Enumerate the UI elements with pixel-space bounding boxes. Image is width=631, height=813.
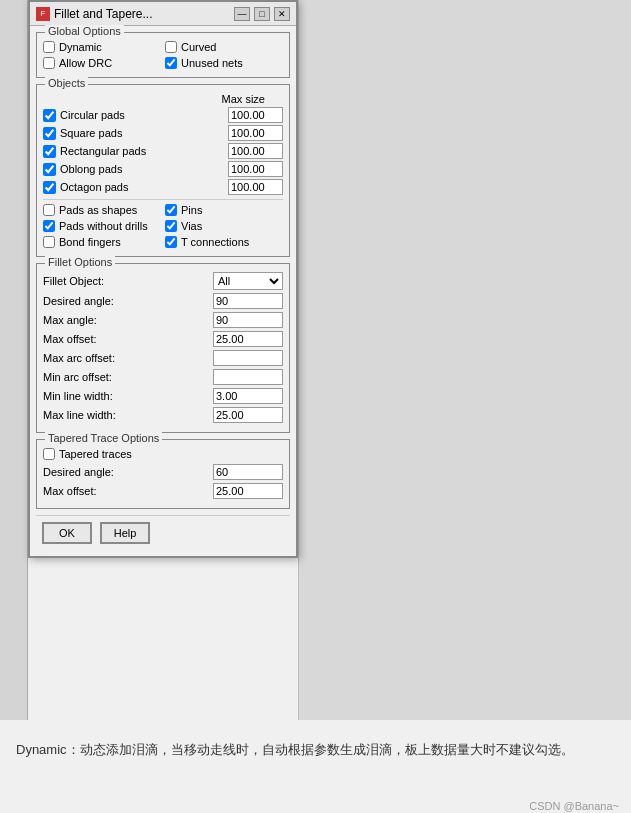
max-line-width-row: Max line width: bbox=[43, 407, 283, 423]
oblong-pads-checkbox[interactable] bbox=[43, 163, 56, 176]
min-arc-offset-label: Min arc offset: bbox=[43, 371, 133, 383]
objects-label: Objects bbox=[45, 77, 88, 89]
min-arc-offset-row: Min arc offset: bbox=[43, 369, 283, 385]
square-pads-input[interactable] bbox=[228, 125, 283, 141]
allow-drc-label: Allow DRC bbox=[59, 57, 112, 69]
circular-pads-input[interactable] bbox=[228, 107, 283, 123]
allow-drc-row: Allow DRC bbox=[43, 57, 161, 69]
t-connections-label: T connections bbox=[181, 236, 249, 248]
max-line-width-input[interactable] bbox=[213, 407, 283, 423]
fillet-dialog: F Fillet and Tapere... — □ ✕ Global Opti… bbox=[28, 0, 298, 558]
global-options-content: Dynamic Curved Allow DRC Unused net bbox=[43, 41, 283, 71]
tapered-desired-angle-input[interactable] bbox=[213, 464, 283, 480]
vias-checkbox[interactable] bbox=[165, 220, 177, 232]
min-line-width-label: Min line width: bbox=[43, 390, 133, 402]
oblong-pads-label: Oblong pads bbox=[60, 163, 122, 175]
dialog-buttons: OK Help bbox=[36, 515, 290, 550]
max-arc-offset-row: Max arc offset: bbox=[43, 350, 283, 366]
octagon-pads-row: Octagon pads bbox=[43, 179, 283, 195]
pads-as-shapes-checkbox[interactable] bbox=[43, 204, 55, 216]
tapered-desired-angle-label: Desired angle: bbox=[43, 466, 133, 478]
max-arc-offset-input[interactable] bbox=[213, 350, 283, 366]
dynamic-checkbox[interactable] bbox=[43, 41, 55, 53]
t-connections-row: T connections bbox=[165, 236, 283, 248]
close-button[interactable]: ✕ bbox=[274, 7, 290, 21]
objects-header: Max size bbox=[43, 93, 283, 105]
square-pads-row: Square pads bbox=[43, 125, 283, 141]
fillet-object-label: Fillet Object: bbox=[43, 275, 133, 287]
curved-checkbox[interactable] bbox=[165, 41, 177, 53]
curved-row: Curved bbox=[165, 41, 283, 53]
unused-nets-checkbox[interactable] bbox=[165, 57, 177, 69]
tapered-desired-angle-row: Desired angle: bbox=[43, 464, 283, 480]
background-right bbox=[298, 0, 631, 720]
minimize-button[interactable]: — bbox=[234, 7, 250, 21]
octagon-pads-checkbox[interactable] bbox=[43, 181, 56, 194]
tapered-max-offset-row: Max offset: bbox=[43, 483, 283, 499]
bond-fingers-checkbox[interactable] bbox=[43, 236, 55, 248]
title-left: F Fillet and Tapere... bbox=[36, 7, 153, 21]
octagon-pads-input[interactable] bbox=[228, 179, 283, 195]
pins-label: Pins bbox=[181, 204, 202, 216]
rectangular-pads-input[interactable] bbox=[228, 143, 283, 159]
rectangular-pads-checkbox[interactable] bbox=[43, 145, 56, 158]
max-angle-row: Max angle: bbox=[43, 312, 283, 328]
bond-fingers-row: Bond fingers bbox=[43, 236, 161, 248]
max-arc-offset-label: Max arc offset: bbox=[43, 352, 133, 364]
octagon-pads-label: Octagon pads bbox=[60, 181, 129, 193]
min-arc-offset-input[interactable] bbox=[213, 369, 283, 385]
fillet-object-row: Fillet Object: All Selected bbox=[43, 272, 283, 290]
min-line-width-row: Min line width: bbox=[43, 388, 283, 404]
maximize-button[interactable]: □ bbox=[254, 7, 270, 21]
dynamic-label: Dynamic bbox=[59, 41, 102, 53]
objects-bottom-grid: Pads as shapes Pins Pads without drills bbox=[43, 204, 283, 250]
sidebar-strip bbox=[0, 0, 28, 720]
allow-drc-checkbox[interactable] bbox=[43, 57, 55, 69]
bottom-description: Dynamic：动态添加泪滴，当移动走线时，自动根据参数生成泪滴，板上数据量大时… bbox=[16, 740, 615, 761]
rectangular-pads-row: Rectangular pads bbox=[43, 143, 283, 159]
help-button[interactable]: Help bbox=[100, 522, 150, 544]
tapered-options-label: Tapered Trace Options bbox=[45, 432, 162, 444]
bottom-text-area: Dynamic：动态添加泪滴，当移动走线时，自动根据参数生成泪滴，板上数据量大时… bbox=[0, 730, 631, 771]
pads-without-drills-checkbox[interactable] bbox=[43, 220, 55, 232]
pins-checkbox[interactable] bbox=[165, 204, 177, 216]
tapered-options-content: Tapered traces Desired angle: Max offset… bbox=[43, 448, 283, 499]
circular-pads-checkbox[interactable] bbox=[43, 109, 56, 122]
fillet-options-label: Fillet Options bbox=[45, 256, 115, 268]
max-offset-input[interactable] bbox=[213, 331, 283, 347]
t-connections-checkbox[interactable] bbox=[165, 236, 177, 248]
tapered-max-offset-input[interactable] bbox=[213, 483, 283, 499]
square-pads-label: Square pads bbox=[60, 127, 122, 139]
max-offset-label: Max offset: bbox=[43, 333, 133, 345]
circular-pads-label: Circular pads bbox=[60, 109, 125, 121]
tapered-max-offset-label: Max offset: bbox=[43, 485, 133, 497]
max-angle-label: Max angle: bbox=[43, 314, 133, 326]
vias-label: Vias bbox=[181, 220, 202, 232]
objects-divider bbox=[43, 199, 283, 200]
unused-nets-label: Unused nets bbox=[181, 57, 243, 69]
pads-without-drills-row: Pads without drills bbox=[43, 220, 161, 232]
rectangular-pads-label: Rectangular pads bbox=[60, 145, 146, 157]
pads-as-shapes-label: Pads as shapes bbox=[59, 204, 137, 216]
min-line-width-input[interactable] bbox=[213, 388, 283, 404]
ok-button[interactable]: OK bbox=[42, 522, 92, 544]
desired-angle-input[interactable] bbox=[213, 293, 283, 309]
square-pads-checkbox[interactable] bbox=[43, 127, 56, 140]
circular-pads-row: Circular pads bbox=[43, 107, 283, 123]
unused-nets-row: Unused nets bbox=[165, 57, 283, 69]
fillet-options-content: Fillet Object: All Selected Desired angl… bbox=[43, 272, 283, 423]
dialog-title: Fillet and Tapere... bbox=[54, 7, 153, 21]
desired-angle-label: Desired angle: bbox=[43, 295, 133, 307]
fillet-object-select[interactable]: All Selected bbox=[213, 272, 283, 290]
fillet-options-group: Fillet Options Fillet Object: All Select… bbox=[36, 263, 290, 433]
max-angle-input[interactable] bbox=[213, 312, 283, 328]
global-options-group: Global Options Dynamic Curved bbox=[36, 32, 290, 78]
tapered-traces-checkbox[interactable] bbox=[43, 448, 55, 460]
dialog-titlebar: F Fillet and Tapere... — □ ✕ bbox=[30, 2, 296, 26]
app-icon: F bbox=[36, 7, 50, 21]
dialog-body: Global Options Dynamic Curved bbox=[30, 26, 296, 556]
pads-without-drills-label: Pads without drills bbox=[59, 220, 148, 232]
objects-content: Max size Circular pads Square pads bbox=[43, 93, 283, 250]
max-line-width-label: Max line width: bbox=[43, 409, 133, 421]
oblong-pads-input[interactable] bbox=[228, 161, 283, 177]
